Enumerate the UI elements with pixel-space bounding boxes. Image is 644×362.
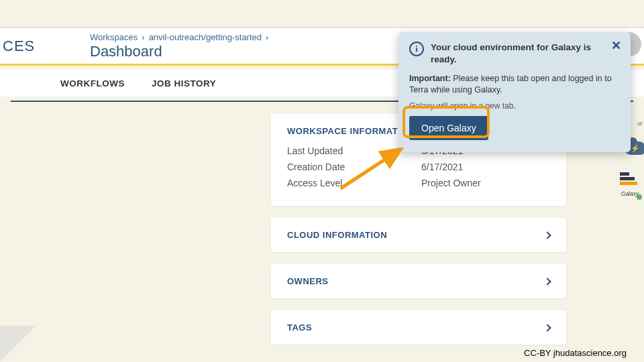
galaxy-app-icon[interactable]: Galaxy	[620, 172, 640, 198]
breadcrumb-row: Workspaces › anvil-outreach/getting-star…	[90, 32, 268, 42]
info-row: Access Level Project Owner	[287, 178, 550, 188]
owners-title: OWNERS	[287, 276, 329, 286]
page-title: Dashboard	[90, 43, 268, 60]
chevron-right-icon	[543, 231, 551, 239]
tags-title: TAGS	[287, 322, 312, 333]
close-icon[interactable]: ✕	[609, 39, 623, 52]
chevron-right-icon	[543, 278, 551, 285]
breadcrumb-separator: ›	[142, 32, 144, 42]
breadcrumb-path[interactable]: anvil-outreach/getting-started	[149, 32, 262, 42]
info-label: Creation Date	[287, 162, 421, 172]
notification-title: Your cloud environment for Galaxy is rea…	[431, 42, 620, 65]
breadcrumb-separator: ›	[266, 32, 268, 42]
info-row: Creation Date 6/17/2021	[287, 162, 550, 172]
tags-card[interactable]: TAGS	[271, 310, 566, 345]
notification-header: i Your cloud environment for Galaxy is r…	[409, 42, 620, 65]
tab-job-history[interactable]: JOB HISTORY	[152, 78, 216, 88]
open-galaxy-button[interactable]: Open Galaxy	[409, 116, 488, 140]
owners-card[interactable]: OWNERS	[271, 264, 566, 298]
image-credit: CC-BY jhudatascience.org	[524, 348, 627, 358]
chevron-right-icon	[543, 324, 551, 331]
status-dot-icon	[637, 194, 642, 200]
breadcrumb-workspaces[interactable]: Workspaces	[90, 32, 138, 42]
notification-subtext: Galaxy will open in a new tab.	[409, 101, 620, 111]
notification-important-label: Important:	[409, 74, 451, 83]
cloud-information-card[interactable]: CLOUD INFORMATION	[271, 218, 566, 252]
breadcrumbs: Workspaces › anvil-outreach/getting-star…	[76, 32, 268, 60]
tab-workflows[interactable]: WORKFLOWS	[60, 78, 125, 88]
info-value: Project Owner	[421, 178, 481, 188]
info-icon: i	[409, 42, 424, 56]
page-fold-decoration	[0, 326, 36, 362]
notification-popup: ✕ i Your cloud environment for Galaxy is…	[398, 32, 631, 152]
notification-body: Important: Please keep this tab open and…	[409, 73, 620, 96]
info-value: 6/17/2021	[421, 162, 463, 172]
cloud-info-title: CLOUD INFORMATION	[287, 230, 387, 240]
info-label: Access Level	[287, 178, 421, 188]
brand-fragment: CES	[3, 38, 76, 55]
